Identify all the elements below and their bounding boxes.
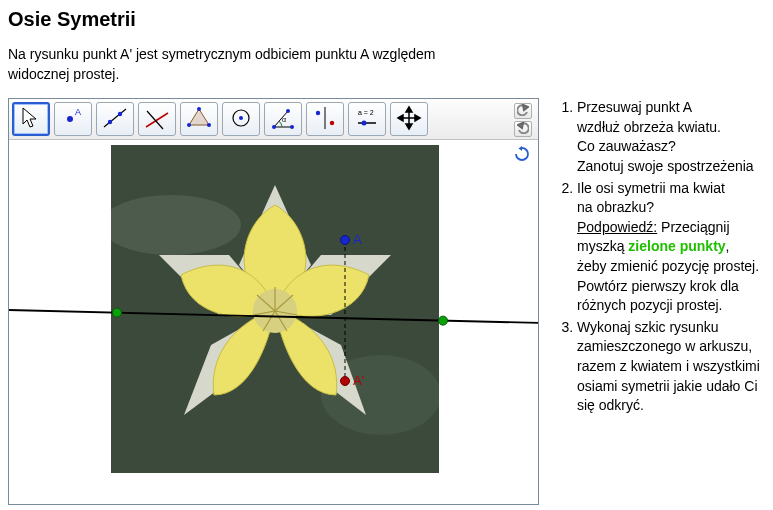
slider-icon: a = 2 xyxy=(354,105,380,134)
point-a[interactable] xyxy=(341,236,350,245)
label-a-prime: A' xyxy=(353,373,364,388)
geometry-canvas[interactable]: A A' xyxy=(9,140,538,504)
toolbar: A xyxy=(9,99,538,140)
polygon-icon xyxy=(186,105,212,134)
tool-polygon[interactable] xyxy=(180,102,218,136)
svg-text:A: A xyxy=(75,107,81,117)
green-point-left[interactable] xyxy=(113,308,122,317)
svg-point-22 xyxy=(362,120,367,125)
redo-icon xyxy=(517,121,529,137)
svg-point-13 xyxy=(272,125,276,129)
label-a: A xyxy=(353,232,362,247)
reflect-icon xyxy=(312,105,338,134)
tool-circle[interactable] xyxy=(222,102,260,136)
undo-button[interactable] xyxy=(514,103,532,119)
tool-angle[interactable]: α xyxy=(264,102,302,136)
svg-point-0 xyxy=(67,116,73,122)
svg-marker-7 xyxy=(189,109,209,125)
svg-marker-25 xyxy=(406,107,412,112)
redo-button[interactable] xyxy=(514,121,532,137)
geogebra-applet: A xyxy=(8,98,539,505)
svg-marker-28 xyxy=(415,115,420,121)
perpendicular-icon xyxy=(144,105,170,134)
tool-line[interactable] xyxy=(96,102,134,136)
svg-text:a = 2: a = 2 xyxy=(358,109,374,116)
tool-arrow[interactable] xyxy=(12,102,50,136)
tool-move-canvas[interactable] xyxy=(390,102,428,136)
svg-marker-27 xyxy=(398,115,403,121)
green-point-right[interactable] xyxy=(439,316,448,325)
svg-marker-30 xyxy=(518,123,523,128)
svg-marker-29 xyxy=(523,105,528,110)
svg-line-6 xyxy=(147,111,163,129)
intro-text: Na rysunku punkt A' jest symetrycznym od… xyxy=(8,45,468,84)
move-canvas-icon xyxy=(396,105,422,134)
instruction-1: Przesuwaj punkt A wzdłuż obrzeża kwiatu.… xyxy=(577,98,765,176)
tool-slider[interactable]: a = 2 xyxy=(348,102,386,136)
angle-icon: α xyxy=(270,105,296,134)
geometry-overlay: A A' xyxy=(9,140,538,504)
svg-point-3 xyxy=(108,119,112,123)
svg-point-10 xyxy=(187,123,191,127)
arrow-icon xyxy=(18,105,44,134)
undo-icon xyxy=(517,103,529,119)
svg-point-19 xyxy=(330,120,334,124)
svg-point-4 xyxy=(118,111,122,115)
circle-icon xyxy=(228,105,254,134)
symmetry-line[interactable] xyxy=(9,310,538,323)
svg-line-2 xyxy=(104,109,126,127)
point-icon: A xyxy=(60,105,86,134)
tool-perpendicular[interactable] xyxy=(138,102,176,136)
point-a-prime xyxy=(341,377,350,386)
instruction-2: Ile osi symetrii ma kwiat na obrazku? Po… xyxy=(577,179,765,316)
svg-point-14 xyxy=(290,125,294,129)
svg-point-18 xyxy=(316,110,320,114)
line-icon xyxy=(102,105,128,134)
svg-line-5 xyxy=(146,113,168,127)
tool-reflect[interactable] xyxy=(306,102,344,136)
svg-marker-26 xyxy=(406,124,412,129)
svg-point-9 xyxy=(207,123,211,127)
svg-point-12 xyxy=(239,116,243,120)
tool-point[interactable]: A xyxy=(54,102,92,136)
svg-point-15 xyxy=(286,109,290,113)
svg-text:α: α xyxy=(282,116,286,123)
page-title: Osie Symetrii xyxy=(8,8,765,31)
svg-point-8 xyxy=(197,107,201,111)
instructions-panel: Przesuwaj punkt A wzdłuż obrzeża kwiatu.… xyxy=(555,98,765,418)
instruction-3: Wykonaj szkic rysunku zamieszczonego w a… xyxy=(577,318,765,416)
